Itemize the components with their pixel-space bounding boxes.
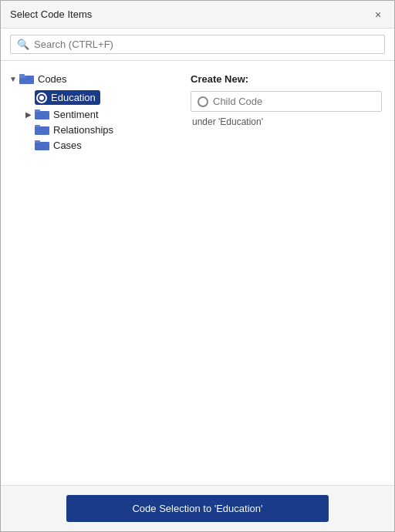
tree-item-sentiment[interactable]: ▶ Sentiment <box>22 106 172 122</box>
education-label: Education <box>51 92 96 103</box>
tree-item-relationships[interactable]: ▶ Relationships <box>22 122 172 137</box>
create-new-label: Create New: <box>191 73 382 85</box>
relationships-label: Relationships <box>53 124 113 136</box>
search-input[interactable] <box>34 39 378 50</box>
search-input-wrap: 🔍 <box>10 35 385 54</box>
sentiment-label: Sentiment <box>53 109 99 120</box>
svg-rect-4 <box>35 109 40 112</box>
cases-label: Cases <box>53 140 82 151</box>
education-radio <box>36 93 47 103</box>
codes-label: Codes <box>38 73 67 85</box>
svg-rect-7 <box>35 142 49 150</box>
search-icon: 🔍 <box>17 39 29 50</box>
tree-panel: ▼ Codes ▶ Education <box>1 67 178 479</box>
tree-children: ▶ Education ▶ Sentiment <box>7 89 172 153</box>
under-label: under 'Education' <box>191 116 382 127</box>
title-bar: Select Code Items × <box>1 1 394 29</box>
dialog-title: Select Code Items <box>10 8 92 20</box>
svg-rect-2 <box>19 74 25 76</box>
close-button[interactable]: × <box>371 8 385 22</box>
sentiment-toggle[interactable]: ▶ <box>22 108 35 120</box>
svg-rect-8 <box>35 140 40 143</box>
child-code-radio <box>198 96 208 107</box>
education-selected[interactable]: Education <box>35 90 100 105</box>
svg-rect-3 <box>35 111 49 120</box>
folder-icon-codes <box>19 72 35 85</box>
tree-item-cases[interactable]: ▶ Cases <box>22 137 172 153</box>
content-area: ▼ Codes ▶ Education <box>1 61 394 485</box>
svg-rect-5 <box>35 126 49 135</box>
footer: Code Selection to 'Education' <box>1 485 394 531</box>
right-panel: Create New: under 'Education' <box>178 67 394 479</box>
folder-icon-cases <box>35 139 50 151</box>
child-code-input-wrap <box>191 91 382 112</box>
tree-root-codes[interactable]: ▼ Codes <box>7 70 172 87</box>
search-bar: 🔍 <box>1 29 394 61</box>
folder-icon-sentiment <box>35 108 50 120</box>
child-code-input[interactable] <box>213 96 375 107</box>
collapse-toggle[interactable]: ▼ <box>7 72 19 85</box>
select-code-dialog: Select Code Items × 🔍 ▼ Codes <box>0 0 395 532</box>
svg-rect-6 <box>35 125 40 127</box>
folder-icon-relationships <box>35 123 50 136</box>
tree-item-education[interactable]: ▶ Education <box>22 89 172 106</box>
code-selection-button[interactable]: Code Selection to 'Education' <box>66 495 329 522</box>
